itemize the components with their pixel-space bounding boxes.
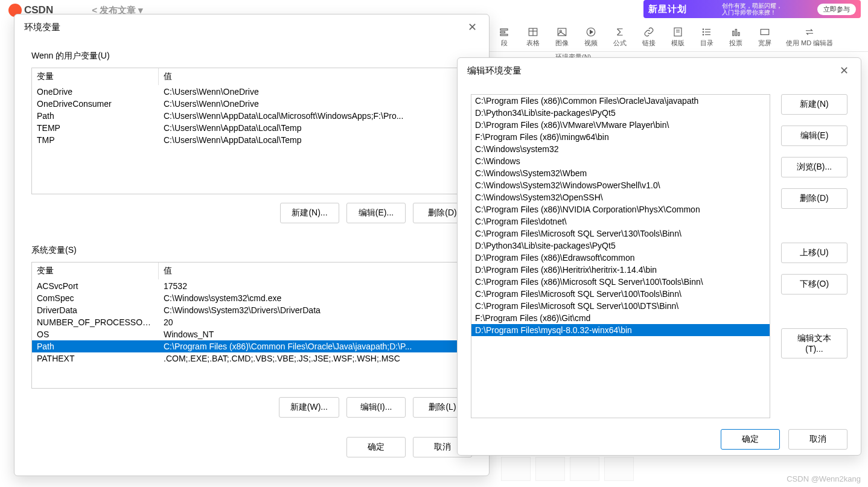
tool-table[interactable]: 表格 (520, 23, 546, 51)
cancel-button[interactable]: 取消 (788, 429, 847, 450)
list-item[interactable]: C:\Program Files (x86)\NVIDIA Corporatio… (471, 203, 770, 215)
list-item[interactable]: C:\Windows\System32\OpenSSH\ (471, 191, 770, 203)
list-item[interactable]: F:\Program Files (x86)\Git\cmd (471, 312, 770, 324)
tool-image[interactable]: 图像 (549, 23, 575, 51)
col-value-header[interactable]: 值 (159, 263, 471, 279)
video-icon (586, 27, 596, 37)
move-down-button[interactable]: 下移(O) (781, 274, 847, 294)
table-row[interactable]: OneDriveConsumerC:\Users\Wenn\OneDrive (32, 98, 471, 110)
sigma-icon (614, 27, 625, 37)
delete-button[interactable]: 删除(D) (781, 188, 847, 209)
list-item[interactable]: C:\Windows\System32\Wbem (471, 167, 770, 179)
table-row[interactable]: NUMBER_OF_PROCESSORS20 (32, 316, 471, 328)
tool-label: 图像 (555, 39, 569, 48)
tool-video[interactable]: 视频 (578, 23, 604, 51)
dialog1-footer: 确定 取消 (14, 428, 489, 468)
var-value: C:\Users\Wenn\AppData\Local\Temp (159, 122, 471, 134)
list-item[interactable]: C:\Program Files (x86)\Common Files\Orac… (471, 95, 770, 107)
table-row[interactable]: OSWindows_NT (32, 328, 471, 340)
new-w-button[interactable]: 新建(W)... (279, 397, 339, 418)
list-item[interactable]: D:\Program Files (x86)\Edrawsoft\common (471, 252, 770, 264)
table-row[interactable]: ComSpecC:\Windows\system32\cmd.exe (32, 292, 471, 304)
var-value: Windows_NT (159, 328, 471, 340)
tool-label: 公式 (613, 39, 627, 48)
close-icon[interactable]: ✕ (465, 21, 479, 34)
thumb[interactable] (535, 457, 565, 481)
dialog1-title: 环境变量 (24, 22, 60, 33)
tool-template[interactable]: 模版 (665, 23, 691, 51)
table-row[interactable]: OneDriveC:\Users\Wenn\OneDrive (32, 86, 471, 98)
tool-label: 使用 MD 编辑器 (786, 39, 833, 48)
list-item[interactable]: C:\Program Files\dotnet\ (471, 215, 770, 228)
list-item[interactable]: D:\Program Files\mysql-8.0.32-winx64\bin (471, 324, 770, 336)
promo-title: 新星计划 (648, 4, 687, 15)
thumb[interactable] (501, 457, 531, 481)
thumb[interactable] (604, 457, 634, 481)
move-up-button[interactable]: 上移(U) (781, 243, 847, 263)
svg-point-17 (703, 31, 704, 33)
edit-button[interactable]: 编辑(E) (781, 126, 847, 146)
thumb[interactable] (570, 457, 599, 481)
list-item[interactable]: D:\Python34\Lib\site-packages\PyQt5 (471, 240, 770, 252)
path-list[interactable]: C:\Program Files (x86)\Common Files\Orac… (471, 94, 770, 418)
list-item[interactable]: D:\Program Files (x86)\Heritrix\heritrix… (471, 264, 770, 276)
tool-link[interactable]: 链接 (636, 23, 662, 51)
list-item[interactable]: C:\Program Files\Microsoft SQL Server\13… (471, 228, 770, 240)
tool-toc[interactable]: 目录 (694, 23, 720, 51)
var-name: Path (32, 340, 159, 352)
list-item[interactable]: C:\Windows (471, 155, 770, 167)
promo-line1: 创作有奖，萌新闪耀， (722, 2, 782, 9)
tool-wide[interactable]: 宽屏 (752, 23, 777, 51)
close-icon[interactable]: ✕ (837, 64, 851, 77)
new-button[interactable]: 新建(N) (781, 94, 847, 115)
edit-text-button[interactable]: 编辑文本(T)... (781, 328, 847, 358)
col-value-header[interactable]: 值 (159, 68, 471, 85)
user-vars-table[interactable]: 变量 值 OneDriveC:\Users\Wenn\OneDriveOneDr… (31, 68, 472, 194)
edit-e-button[interactable]: 编辑(E)... (346, 203, 406, 223)
col-name-header[interactable]: 变量 (32, 263, 159, 279)
browse-button[interactable]: 浏览(B)... (781, 157, 847, 177)
table-row[interactable]: TEMPC:\Users\Wenn\AppData\Local\Temp (32, 122, 471, 134)
table-row[interactable]: ACSvcPort17532 (32, 280, 471, 292)
tool-swap[interactable]: 使用 MD 编辑器 (781, 23, 838, 51)
list-item[interactable]: D:\Program Files (x86)\VMware\VMware Pla… (471, 119, 770, 131)
list-item[interactable]: C:\Program Files\Microsoft SQL Server\10… (471, 288, 770, 300)
editor-toolbar: 段表格图像视频公式链接模版目录投票宽屏使用 MD 编辑器 (489, 23, 868, 52)
table-row[interactable]: PATHEXT.COM;.EXE;.BAT;.CMD;.VBS;.VBE;.JS… (32, 352, 471, 364)
var-name: PATHEXT (32, 352, 159, 364)
link-icon (643, 27, 654, 37)
dialog2-titlebar: 编辑环境变量 ✕ (458, 58, 861, 83)
var-value: C:\Windows\System32\Drivers\DriverData (159, 304, 471, 316)
var-value: C:\Users\Wenn\OneDrive (159, 98, 471, 110)
ok-button[interactable]: 确定 (346, 437, 406, 457)
tool-para[interactable]: 段 (491, 23, 517, 51)
list-item[interactable]: C:\Windows\System32\WindowsPowerShell\v1… (471, 179, 770, 191)
table-row[interactable]: PathC:\Users\Wenn\AppData\Local\Microsof… (32, 110, 471, 122)
new-n-button[interactable]: 新建(N)... (280, 203, 339, 223)
table-row[interactable]: PathC:\Program Files (x86)\Common Files\… (32, 340, 471, 352)
tool-label: 目录 (700, 39, 713, 48)
list-item[interactable]: C:\Windows\system32 (471, 143, 770, 155)
promo-banner[interactable]: 新星计划 创作有奖，萌新闪耀， 入门导师带你来撩！ 立即参与 (643, 0, 861, 18)
system-vars-table[interactable]: 变量 值 ACSvcPort17532ComSpecC:\Windows\sys… (31, 262, 472, 389)
var-name: ComSpec (32, 292, 159, 304)
var-name: ACSvcPort (32, 280, 159, 292)
vote-icon (730, 27, 741, 37)
var-value: C:\Users\Wenn\AppData\Local\Microsoft\Wi… (159, 110, 471, 122)
table-header: 变量 值 (32, 68, 471, 86)
table-row[interactable]: TMPC:\Users\Wenn\AppData\Local\Temp (32, 134, 471, 146)
para-icon (499, 27, 509, 37)
var-name: TMP (32, 134, 159, 146)
var-value: C:\Windows\system32\cmd.exe (159, 292, 471, 304)
ok-button[interactable]: 确定 (721, 429, 780, 450)
promo-button[interactable]: 立即参与 (817, 4, 856, 15)
list-item[interactable]: C:\Program Files\Microsoft SQL Server\10… (471, 300, 770, 312)
list-item[interactable]: C:\Program Files (x86)\Microsoft SQL Ser… (471, 276, 770, 288)
list-item[interactable]: D:\Python34\Lib\site-packages\PyQt5 (471, 107, 770, 119)
edit-i-button[interactable]: 编辑(I)... (346, 397, 406, 418)
list-item[interactable]: F:\Program Files (x86)\mingw64\bin (471, 131, 770, 143)
col-name-header[interactable]: 变量 (32, 68, 159, 85)
table-row[interactable]: DriverDataC:\Windows\System32\Drivers\Dr… (32, 304, 471, 316)
tool-vote[interactable]: 投票 (723, 23, 748, 51)
tool-sigma[interactable]: 公式 (607, 23, 633, 51)
